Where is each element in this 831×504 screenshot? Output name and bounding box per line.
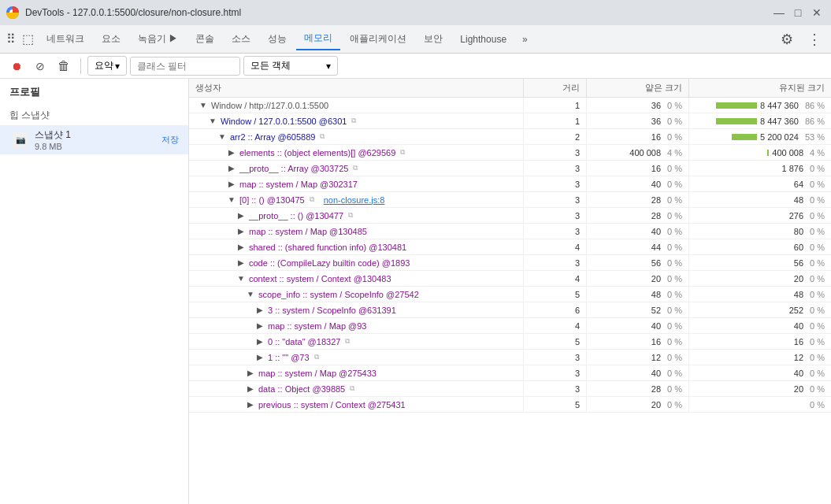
expand-arrow-icon[interactable]: ▶ [236, 211, 246, 220]
retained-pct-value: 0 % [810, 353, 825, 362]
name-cell: ▶map :: system / Map @93 [189, 318, 524, 333]
table-row[interactable]: ▶code :: (CompileLazy builtin code) @189… [189, 255, 831, 271]
table-row[interactable]: ▼[0] :: () @130475⧉non-closure.js:83280 … [189, 192, 831, 208]
th-constructor[interactable]: 생성자 [189, 79, 524, 97]
expand-arrow-icon[interactable]: ▶ [227, 164, 236, 173]
expand-arrow-icon[interactable]: ▶ [236, 243, 246, 252]
copy-id-icon[interactable]: ⧉ [320, 132, 325, 141]
nav-item-network[interactable]: 네트워크 [39, 28, 92, 50]
summary-button[interactable]: 요약 ▾ [87, 56, 127, 76]
table-row[interactable]: ▶map :: system / Map @3023173400 %640 % [189, 176, 831, 192]
node-name: map :: system / Map @93 [268, 321, 367, 331]
table-row[interactable]: ▼arr2 :: Array @605889⧉2160 %5 200 02453… [189, 129, 831, 145]
shallow-size-cell: 280 % [587, 192, 689, 207]
collapse-arrow-icon[interactable]: ▼ [227, 195, 236, 205]
copy-id-icon[interactable]: ⧉ [400, 148, 405, 157]
close-button[interactable]: ✕ [809, 5, 825, 20]
collapse-arrow-icon[interactable]: ▼ [198, 101, 208, 110]
nav-dots-button[interactable]: ⋮ [801, 28, 828, 51]
copy-id-icon[interactable]: ⧉ [348, 211, 353, 220]
record-button[interactable]: ⏺ [6, 56, 27, 76]
expand-arrow-icon[interactable]: ▶ [236, 227, 246, 236]
nav-more-button[interactable]: » [516, 31, 534, 48]
retained-size-cell: 120 % [689, 350, 831, 365]
nav-item-lighthouse[interactable]: Lighthouse [452, 28, 514, 50]
distance-cell: 3 [524, 255, 587, 270]
expand-arrow-icon[interactable]: ▶ [246, 384, 255, 394]
nav-item-security[interactable]: 보안 [416, 28, 451, 50]
content-area: 생성자 거리 얕은 크기 유지된 크기 ▼Window / http://127… [189, 79, 831, 504]
collapse-arrow-icon[interactable]: ▼ [217, 132, 227, 142]
th-shallow[interactable]: 얕은 크기 [587, 79, 689, 97]
table-row[interactable]: ▶3 :: system / ScopeInfo @6313916520 %25… [189, 302, 831, 318]
retained-pct-value: 86 % [805, 117, 825, 126]
table-row[interactable]: ▶shared :: (shared function info) @13048… [189, 239, 831, 255]
node-name: map :: system / Map @302317 [239, 180, 358, 189]
table-row[interactable]: ▼Window / 127.0.0.1:5500 @6301⧉1360 %8 4… [189, 113, 831, 129]
table-row[interactable]: ▶map :: system / Map @2754333400 %400 % [189, 365, 831, 381]
save-button[interactable]: 저장 [161, 134, 179, 146]
shallow-size-cell: 200 % [587, 397, 689, 412]
sidebar-snapshot-item[interactable]: 📷 스냅샷 1 9.8 MB 저장 [0, 125, 188, 154]
nav-settings-button[interactable]: ⚙ [774, 28, 799, 51]
copy-id-icon[interactable]: ⧉ [345, 337, 350, 346]
copy-id-icon[interactable]: ⧉ [350, 384, 354, 393]
retained-size-value: 5 200 024 [760, 132, 799, 142]
nav-item-performance[interactable]: 성능 [260, 28, 295, 50]
collapse-arrow-icon[interactable]: ▼ [246, 290, 255, 299]
name-cell: ▶code :: (CompileLazy builtin code) @189… [189, 255, 524, 270]
table-row[interactable]: ▼context :: system / Context @1304834200… [189, 271, 831, 287]
source-link[interactable]: non-closure.js:8 [324, 195, 385, 205]
expand-arrow-icon[interactable]: ▶ [227, 148, 236, 158]
table-row[interactable]: ▶__proto__ :: Array @303725⧉3160 %1 8760… [189, 161, 831, 176]
expand-arrow-icon[interactable]: ▶ [246, 369, 255, 378]
shallow-size-cell: 480 % [587, 287, 689, 302]
table-row[interactable]: ▶data :: Object @39885⧉3280 %200 % [189, 381, 831, 397]
nav-item-sources[interactable]: 소스 [224, 28, 258, 50]
table-row[interactable]: ▼scope_info :: system / ScopeInfo @27542… [189, 287, 831, 302]
nav-item-recorder[interactable]: 녹음기 ▶ [130, 28, 186, 50]
name-cell: ▼Window / http://127.0.0.1:5500 [189, 98, 524, 113]
table-row[interactable]: ▶0 :: "data" @18327⧉5160 %160 % [189, 334, 831, 350]
maximize-button[interactable]: □ [790, 5, 806, 20]
th-distance[interactable]: 거리 [524, 79, 587, 97]
expand-arrow-icon[interactable]: ▶ [255, 321, 265, 331]
expand-arrow-icon[interactable]: ▶ [255, 337, 265, 346]
shallow-size-cell: 280 % [587, 381, 689, 396]
table-row[interactable]: ▶1 :: "" @73⧉3120 %120 % [189, 350, 831, 365]
table-row[interactable]: ▶__proto__ :: () @130477⧉3280 %2760 % [189, 208, 831, 224]
table-row[interactable]: ▶elements :: (object elements)[] @629569… [189, 145, 831, 161]
expand-arrow-icon[interactable]: ▶ [255, 306, 265, 315]
copy-id-icon[interactable]: ⧉ [353, 164, 358, 172]
class-filter-input[interactable] [130, 57, 240, 76]
delete-button[interactable]: 🗑 [54, 56, 74, 76]
nav-item-elements[interactable]: 요소 [94, 28, 128, 50]
nav-item-application[interactable]: 애플리케이션 [342, 28, 414, 50]
th-retained[interactable]: 유지된 크기 [689, 79, 831, 97]
retained-size-value: 56 [794, 258, 803, 268]
expand-arrow-icon[interactable]: ▶ [227, 180, 236, 189]
expand-arrow-icon[interactable]: ▶ [255, 353, 265, 362]
table-row[interactable]: ▶previous :: system / Context @275431520… [189, 397, 831, 413]
inspect-icon[interactable]: ⬚ [19, 32, 37, 46]
sidebar: 프로필 힙 스냅샷 📷 스냅샷 1 9.8 MB 저장 [0, 79, 189, 504]
nav-item-console[interactable]: 콘솔 [187, 28, 222, 50]
expand-arrow-icon[interactable]: ▶ [236, 258, 246, 268]
copy-id-icon[interactable]: ⧉ [351, 117, 356, 125]
table-row[interactable]: ▼Window / http://127.0.0.1:55001360 %8 4… [189, 98, 831, 113]
collapse-arrow-icon[interactable]: ▼ [208, 117, 217, 126]
minimize-button[interactable]: — [771, 5, 787, 20]
expand-arrow-icon[interactable]: ▶ [246, 400, 255, 410]
table-row[interactable]: ▶map :: system / Map @934400 %400 % [189, 318, 831, 334]
distance-cell: 5 [524, 397, 587, 412]
retained-pct-value: 0 % [810, 306, 825, 315]
copy-id-icon[interactable]: ⧉ [310, 195, 314, 204]
shallow-pct-value: 0 % [667, 353, 682, 362]
retained-pct-value: 0 % [810, 321, 825, 331]
stop-button[interactable]: ⊘ [30, 56, 50, 76]
copy-id-icon[interactable]: ⧉ [314, 353, 319, 361]
table-row[interactable]: ▶map :: system / Map @1304853400 %800 % [189, 224, 831, 239]
nav-item-memory[interactable]: 메모리 [296, 28, 340, 50]
class-select-button[interactable]: 모든 객체 ▾ [243, 56, 338, 76]
collapse-arrow-icon[interactable]: ▼ [236, 274, 246, 284]
